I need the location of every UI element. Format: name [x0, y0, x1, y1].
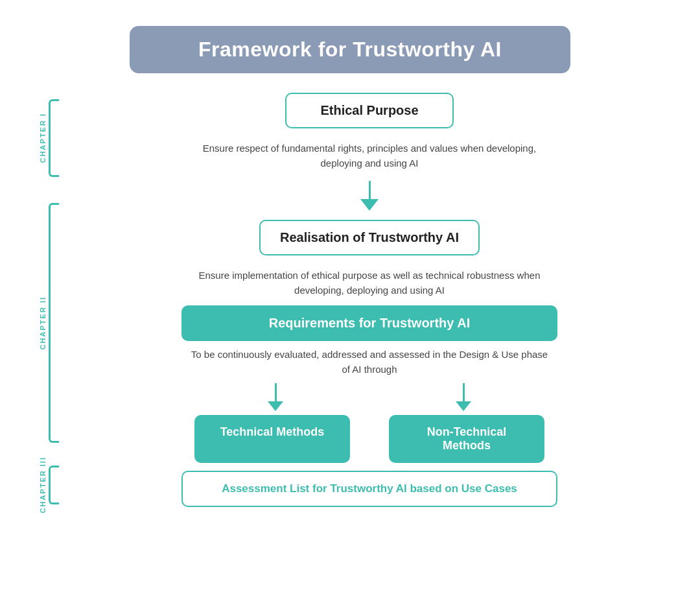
page-wrapper: Framework for Trustworthy AI CHAPTER I C… [0, 13, 700, 614]
chapter3-label: CHAPTER III [39, 456, 47, 513]
title-banner: Framework for Trustworthy AI [130, 26, 570, 73]
arrow-left-head [268, 401, 283, 411]
requirements-box: Requirements for Trustworthy AI [181, 305, 557, 341]
realisation-title: Realisation of Trustworthy AI [280, 230, 459, 244]
requirements-title: Requirements for Trustworthy AI [269, 316, 470, 330]
ethical-purpose-box: Ethical Purpose [285, 93, 454, 128]
ethical-purpose-title: Ethical Purpose [320, 103, 418, 117]
arrow-down-1 [360, 181, 379, 211]
ethical-purpose-desc: Ensure respect of fundamental rights, pr… [188, 141, 551, 171]
technical-methods-title: Technical Methods [220, 425, 325, 438]
chapter1-label: CHAPTER I [39, 113, 47, 163]
arrow-shaft-1 [369, 181, 371, 199]
arrow-left-shaft [275, 383, 277, 401]
non-technical-methods-title: Non-Technical Methods [427, 425, 507, 452]
chapter1-brace [49, 99, 59, 177]
assessment-title: Assessment List for Trustworthy AI based… [222, 482, 517, 495]
requirements-desc: To be continuously evaluated, addressed … [188, 348, 551, 377]
technical-methods-box: Technical Methods [194, 415, 350, 463]
main-title: Framework for Trustworthy AI [169, 38, 531, 62]
two-boxes-row: Technical Methods Non-Technical Methods [181, 415, 557, 463]
chapter2-brace [49, 203, 59, 443]
arrow-head-1 [360, 199, 379, 211]
chapter3-bracket: CHAPTER III [39, 462, 78, 508]
center-diagram: Ethical Purpose Ensure respect of fundam… [78, 93, 661, 508]
chapter2-label: CHAPTER II [39, 296, 47, 349]
realisation-desc: Ensure implementation of ethical purpose… [188, 268, 551, 298]
chapter2-bracket: CHAPTER II [39, 196, 78, 449]
realisation-box: Realisation of Trustworthy AI [259, 220, 480, 255]
arrow-left [268, 383, 283, 411]
chapter3-brace [49, 466, 59, 504]
arrow-right-head [456, 401, 471, 411]
split-arrows [181, 383, 557, 411]
arrow-right [456, 383, 471, 411]
left-chapters-col: CHAPTER I CHAPTER II CHAPTER III [39, 93, 78, 508]
non-technical-methods-box: Non-Technical Methods [389, 415, 544, 463]
full-layout: CHAPTER I CHAPTER II CHAPTER III Ethical… [39, 93, 661, 508]
chapter1-bracket: CHAPTER I [39, 93, 78, 183]
arrow-right-shaft [463, 383, 465, 401]
assessment-box: Assessment List for Trustworthy AI based… [181, 471, 557, 507]
